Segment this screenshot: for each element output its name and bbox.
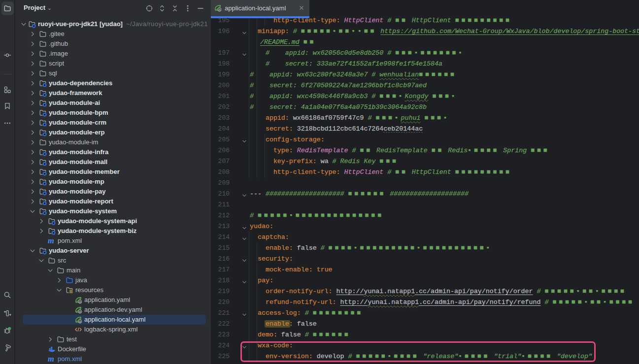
svg-text:m: m (48, 355, 54, 363)
svg-text:m: m (48, 237, 54, 245)
